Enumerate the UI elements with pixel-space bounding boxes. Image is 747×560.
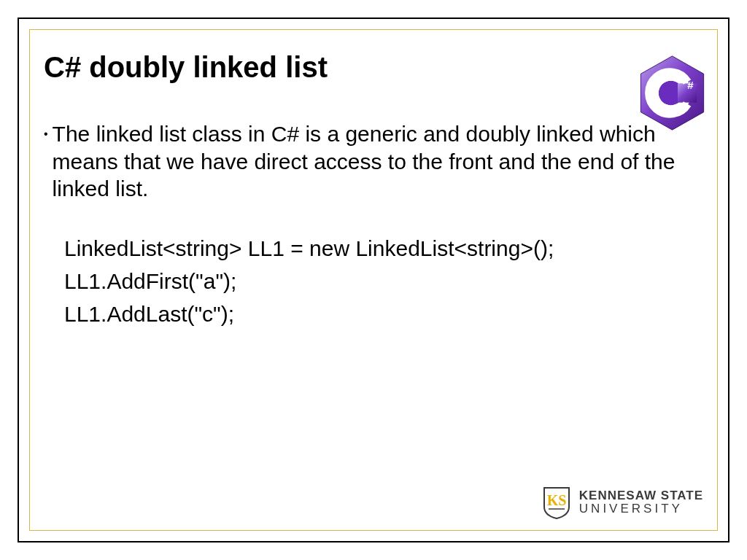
ksu-shield-icon: KS [541, 485, 572, 520]
slide-title: C# doubly linked list [44, 51, 703, 84]
code-line-1: LinkedList<string> LL1 = new LinkedList<… [64, 232, 703, 265]
bullet-item: • The linked list class in C# is a gener… [44, 120, 703, 203]
ksu-name-line2: UNIVERSITY [579, 502, 703, 516]
csharp-logo-icon: # [638, 55, 707, 131]
code-line-3: LL1.AddLast("c"); [64, 298, 703, 330]
ksu-text: KENNESAW STATE UNIVERSITY [579, 489, 703, 516]
svg-text:KS: KS [547, 492, 567, 508]
svg-text:#: # [687, 79, 694, 91]
bullet-text: The linked list class in C# is a generic… [53, 120, 703, 203]
ksu-name-line1: KENNESAW STATE [579, 489, 703, 502]
code-line-2: LL1.AddFirst("a"); [64, 265, 703, 298]
code-block: LinkedList<string> LL1 = new LinkedList<… [44, 232, 703, 330]
ksu-logo: KS KENNESAW STATE UNIVERSITY [541, 485, 703, 520]
slide-content: C# doubly linked list • The linked list … [44, 51, 703, 330]
bullet-dot-icon: • [44, 120, 48, 148]
